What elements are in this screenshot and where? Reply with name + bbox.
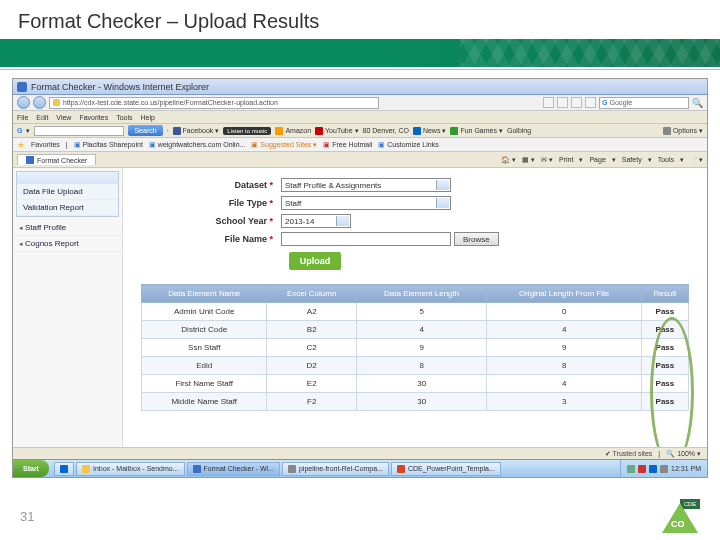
label-filetype: File Type * xyxy=(141,198,281,208)
browse-button[interactable]: Browse xyxy=(454,232,499,246)
page-number: 31 xyxy=(20,509,34,524)
tb-games[interactable]: Fun Games▾ xyxy=(450,127,503,135)
fav-item-0[interactable]: ▣ Placitas Sharepoint xyxy=(74,141,143,149)
cell-len: 8 xyxy=(356,357,486,375)
sidebar-item-validation[interactable]: Validation Report xyxy=(17,200,118,216)
tb-news[interactable]: News▾ xyxy=(413,127,447,135)
menu-bar: File Edit View Favorites Tools Help xyxy=(13,111,707,124)
tab-format-checker[interactable]: Format Checker xyxy=(17,154,96,165)
cell-name: Admin Unit Code xyxy=(142,303,267,321)
fav-item-1[interactable]: ▣ weightwatchers.com Onlin... xyxy=(149,141,246,149)
cmd-feeds[interactable]: ▦ ▾ xyxy=(522,156,535,164)
menu-view[interactable]: View xyxy=(56,114,71,121)
ie-icon xyxy=(17,82,27,92)
tb-weather[interactable]: 80 Denver, CO xyxy=(363,127,409,134)
table-row: EdidD288Pass xyxy=(142,357,689,375)
table-row: Admin Unit CodeA250Pass xyxy=(142,303,689,321)
cell-name: Middle Name Staff xyxy=(142,393,267,411)
upload-button[interactable]: Upload xyxy=(289,252,341,270)
cmd-print[interactable]: Print xyxy=(559,156,573,163)
search-mag-icon[interactable]: 🔍 xyxy=(692,98,703,108)
cell-col: B2 xyxy=(267,321,356,339)
cell-orig: 9 xyxy=(487,339,641,357)
system-tray[interactable]: 12:31 PM xyxy=(620,460,707,477)
menu-edit[interactable]: Edit xyxy=(36,114,48,121)
results-table: Data Element Name Excel Column Data Elem… xyxy=(141,284,689,411)
tb-golbing[interactable]: Golbing xyxy=(507,127,531,134)
command-bar: 🏠 ▾ ▦ ▾ ✉ ▾ Print▾ Page▾ Safety▾ Tools▾ … xyxy=(501,156,703,164)
header-band xyxy=(0,39,720,67)
address-bar[interactable]: https://cdx-test.cde.state.co.us/pipelin… xyxy=(49,97,379,109)
menu-help[interactable]: Help xyxy=(141,114,155,121)
menu-tools[interactable]: Tools xyxy=(116,114,132,121)
select-dataset[interactable]: Staff Profile & Assignments xyxy=(281,178,451,192)
start-button[interactable]: Start xyxy=(13,460,49,477)
browser-window: Format Checker - Windows Internet Explor… xyxy=(12,78,708,478)
task-btn-3[interactable]: pipeline-front-Rel-Compa... xyxy=(282,462,389,476)
cmd-help[interactable]: ❔▾ xyxy=(690,156,703,164)
cell-result: Pass xyxy=(641,393,688,411)
tb-options[interactable]: Options▾ xyxy=(663,127,703,135)
stop-button[interactable] xyxy=(557,97,568,108)
task-btn-2[interactable]: Format Checker - Wi... xyxy=(187,462,280,476)
refresh-button[interactable] xyxy=(543,97,554,108)
fav-item-2[interactable]: ▣ Suggested Sites ▾ xyxy=(251,141,317,149)
th-name: Data Element Name xyxy=(142,285,267,303)
cmd-mail[interactable]: ✉ ▾ xyxy=(541,156,553,164)
google-search-button[interactable]: Search xyxy=(128,125,162,136)
back-button[interactable] xyxy=(17,96,30,109)
task-btn-1[interactable]: Inbox - Mailbox - Sendmo... xyxy=(76,462,185,476)
cell-len: 5 xyxy=(356,303,486,321)
status-zoom[interactable]: 🔍 100% ▾ xyxy=(666,450,701,458)
cell-name: First Name Staff xyxy=(142,375,267,393)
cell-result: Pass xyxy=(641,303,688,321)
select-filetype[interactable]: Staff xyxy=(281,196,451,210)
fav-item-4[interactable]: ▣ Customize Links xyxy=(378,141,438,149)
task-btn-4[interactable]: CDE_PowerPoint_Templa... xyxy=(391,462,501,476)
tb-youtube[interactable]: YouTube▾ xyxy=(315,127,359,135)
cell-orig: 0 xyxy=(487,303,641,321)
sidebar-item-staff-profile[interactable]: Staff Profile xyxy=(13,220,122,236)
cell-name: District Code xyxy=(142,321,267,339)
google-toolbar: G▾ Search · Facebook▾ Listen to music Am… xyxy=(13,124,707,138)
input-filename[interactable] xyxy=(281,232,451,246)
select-schoolyear[interactable]: 2013-14 xyxy=(281,214,351,228)
cmd-tools[interactable]: Tools xyxy=(658,156,674,163)
tb-amazon[interactable]: Amazon xyxy=(275,127,311,135)
cmd-home[interactable]: 🏠 ▾ xyxy=(501,156,516,164)
favorites-star-icon[interactable]: ★ xyxy=(17,140,25,150)
window-titlebar: Format Checker - Windows Internet Explor… xyxy=(13,79,707,95)
page-content: Data File Upload Validation Report Staff… xyxy=(13,168,707,451)
menu-favorites[interactable]: Favorites xyxy=(79,114,108,121)
divider xyxy=(0,69,720,70)
cell-col: F2 xyxy=(267,393,356,411)
label-filename: File Name * xyxy=(141,234,281,244)
tray-icon[interactable] xyxy=(627,465,635,473)
sidebar-item-cognos[interactable]: Cognos Report xyxy=(13,236,122,252)
label-dataset: Dataset * xyxy=(141,180,281,190)
cert-button[interactable] xyxy=(585,97,596,108)
cmd-safety[interactable]: Safety xyxy=(622,156,642,163)
tray-icon[interactable] xyxy=(660,465,668,473)
tb-facebook[interactable]: Facebook▾ xyxy=(173,127,220,135)
cmd-page[interactable]: Page xyxy=(589,156,605,163)
cell-col: E2 xyxy=(267,375,356,393)
google-search-input[interactable] xyxy=(34,126,124,136)
menu-file[interactable]: File xyxy=(17,114,28,121)
tray-icon[interactable] xyxy=(638,465,646,473)
compat-button[interactable] xyxy=(571,97,582,108)
slide-title: Format Checker – Upload Results xyxy=(0,0,720,39)
tb-listen[interactable]: Listen to music xyxy=(223,127,271,135)
address-bar-row: https://cdx-test.cde.state.co.us/pipelin… xyxy=(13,95,707,111)
taskbar: Start Inbox - Mailbox - Sendmo... Format… xyxy=(13,459,707,477)
task-btn-0[interactable] xyxy=(54,462,74,476)
cell-result: Pass xyxy=(641,339,688,357)
browser-search[interactable]: G Google xyxy=(599,97,689,109)
table-row: District CodeB244Pass xyxy=(142,321,689,339)
favorites-label[interactable]: Favorites xyxy=(31,141,60,148)
fav-item-3[interactable]: ▣ Free Hotmail xyxy=(323,141,372,149)
cell-col: A2 xyxy=(267,303,356,321)
sidebar-item-upload[interactable]: Data File Upload xyxy=(17,184,118,200)
forward-button[interactable] xyxy=(33,96,46,109)
tray-icon[interactable] xyxy=(649,465,657,473)
